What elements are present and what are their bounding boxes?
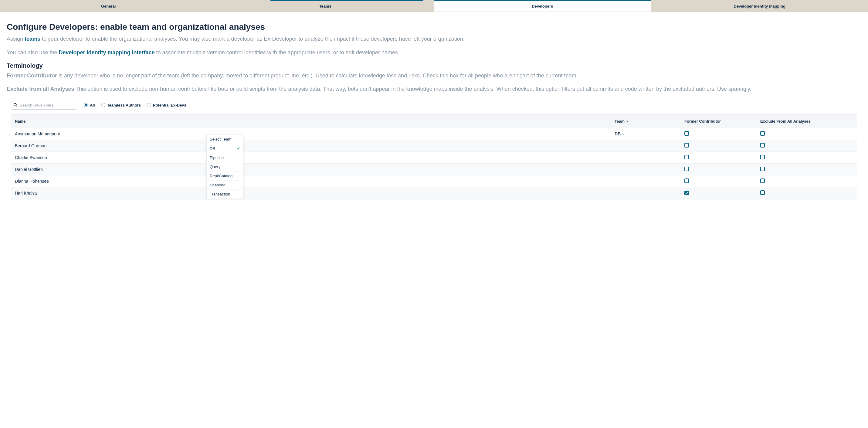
team-dropdown-item[interactable]: Sharding	[207, 181, 243, 190]
table-row: Charlie Swanson	[11, 151, 857, 163]
intro-paragraph-1: Assign teams to your developer to enable…	[7, 35, 861, 43]
col-team-header[interactable]: Team	[611, 115, 681, 128]
tab-teams[interactable]: Teams	[217, 1, 434, 12]
filter-all[interactable]: All	[84, 103, 95, 108]
former-contributor-checkbox[interactable]	[684, 191, 689, 195]
dropdown-item-label: Transaction	[210, 192, 230, 196]
dropdown-item-label: Repl/Catalog	[210, 174, 232, 178]
cell-name: Dianna Hohensee	[11, 175, 611, 187]
intro-paragraph-2: You can also use the Developer identity …	[7, 49, 861, 57]
filter-teamless[interactable]: Teamless Authors	[101, 103, 141, 108]
check-icon	[237, 147, 240, 150]
cell-former	[681, 187, 756, 199]
col-exclude-header[interactable]: Exclude From All Analyses	[756, 115, 857, 128]
cell-exclude	[756, 128, 857, 140]
filter-teamless-radio[interactable]	[101, 103, 105, 107]
filter-all-radio[interactable]	[84, 103, 88, 107]
filter-row: All Teamless Authors Potential Ex-Devs	[7, 98, 861, 112]
term-former-text: is any developer who is no longer part o…	[57, 72, 578, 79]
former-contributor-checkbox[interactable]	[684, 143, 689, 148]
tab-developers[interactable]: Developers	[434, 0, 651, 12]
team-dropdown-item[interactable]: Transaction	[207, 190, 243, 198]
tab-general[interactable]: General	[0, 1, 217, 12]
col-team-label: Team	[615, 119, 625, 124]
exclude-analyses-checkbox[interactable]	[760, 179, 765, 183]
term-exclude-text: This option is used to exclude non-human…	[74, 86, 751, 92]
page-content: Configure Developers: enable team and or…	[0, 12, 868, 200]
developer-identity-mapping-link[interactable]: Developer identity mapping interface	[59, 50, 154, 56]
filter-exdevs[interactable]: Potential Ex-Devs	[147, 103, 186, 108]
exclude-analyses-checkbox[interactable]	[760, 190, 765, 195]
cell-former	[681, 151, 756, 163]
cell-former	[681, 175, 756, 187]
table-row: Daniel Gottlieb	[11, 163, 857, 175]
cell-exclude	[756, 140, 857, 151]
cell-exclude	[756, 163, 857, 175]
search-icon	[13, 103, 18, 107]
search-input[interactable]	[11, 101, 77, 110]
exclude-analyses-checkbox[interactable]	[760, 166, 765, 171]
intro2-post: to associate multiple version control id…	[155, 50, 399, 56]
developers-table-wrap: Name Team Former Contributor Exclude Fro…	[11, 115, 857, 200]
intro1-pre: Assign	[7, 36, 25, 42]
team-dropdown-item[interactable]: DB	[207, 144, 243, 153]
cell-team	[611, 187, 681, 199]
search-wrap	[11, 101, 77, 110]
table-row: Bernard Gorman	[11, 140, 857, 151]
team-dropdown-item[interactable]: Repl/Catalog	[207, 172, 243, 181]
cell-former	[681, 163, 756, 175]
table-row: Amirsaman MemaripourDB	[11, 128, 857, 140]
dropdown-item-label: Sharding	[210, 183, 225, 187]
table-row: Hari Khalsa	[11, 187, 857, 199]
chevron-down-icon	[626, 120, 629, 123]
dropdown-item-label: Query	[210, 164, 220, 169]
cell-name: Hari Khalsa	[11, 187, 611, 199]
exclude-analyses-checkbox[interactable]	[760, 131, 765, 136]
col-name-header[interactable]: Name	[11, 115, 611, 128]
former-contributor-checkbox[interactable]	[684, 131, 689, 136]
filter-exdevs-radio[interactable]	[147, 103, 151, 107]
team-dropdown[interactable]: Select Team DBPipelineQueryRepl/CatalogS…	[206, 134, 243, 199]
svg-line-1	[16, 105, 17, 107]
cell-exclude	[756, 175, 857, 187]
cell-former	[681, 128, 756, 140]
cell-team	[611, 163, 681, 175]
col-former-header[interactable]: Former Contributor	[681, 115, 756, 128]
dropdown-item-label: Pipeline	[210, 155, 224, 160]
cell-team	[611, 140, 681, 151]
cell-team	[611, 151, 681, 163]
exclude-analyses-checkbox[interactable]	[760, 143, 765, 148]
cell-name: Daniel Gottlieb	[11, 163, 611, 175]
cell-team: DB	[611, 128, 681, 140]
cell-name: Amirsaman Memaripour	[11, 128, 611, 140]
cell-name: Bernard Gorman	[11, 140, 611, 151]
exclude-analyses-checkbox[interactable]	[760, 155, 765, 159]
term-former-contributor: Former Contributor is any developer who …	[7, 72, 861, 80]
page-title: Configure Developers: enable team and or…	[7, 22, 861, 32]
cell-exclude	[756, 151, 857, 163]
developers-table: Name Team Former Contributor Exclude Fro…	[11, 115, 857, 199]
intro2-pre: You can also use the	[7, 50, 59, 56]
table-row: Dianna Hohensee	[11, 175, 857, 187]
cell-exclude	[756, 187, 857, 199]
cell-name: Charlie Swanson	[11, 151, 611, 163]
tab-developer-identity-mapping[interactable]: Developer identity mapping	[651, 1, 868, 12]
tabs-bar: General Teams Developers Developer ident…	[0, 0, 868, 12]
team-dropdown-item[interactable]: Pipeline	[207, 153, 243, 162]
team-dropdown-item[interactable]: Query	[207, 162, 243, 172]
svg-point-0	[14, 103, 17, 106]
terminology-heading: Terminology	[7, 62, 861, 69]
filter-radios: All Teamless Authors Potential Ex-Devs	[84, 103, 186, 108]
filter-exdevs-label: Potential Ex-Devs	[153, 103, 186, 108]
team-dropdown-header: Select Team	[207, 134, 243, 144]
teams-link[interactable]: teams	[25, 36, 40, 42]
filter-teamless-label: Teamless Authors	[107, 103, 141, 108]
cell-former	[681, 140, 756, 151]
intro1-post: to your developer to enable the organiza…	[40, 36, 465, 42]
cell-team	[611, 175, 681, 187]
team-select[interactable]: DB	[615, 131, 625, 136]
former-contributor-checkbox[interactable]	[684, 155, 689, 159]
filter-all-label: All	[90, 103, 95, 108]
former-contributor-checkbox[interactable]	[684, 166, 689, 171]
former-contributor-checkbox[interactable]	[684, 179, 689, 183]
